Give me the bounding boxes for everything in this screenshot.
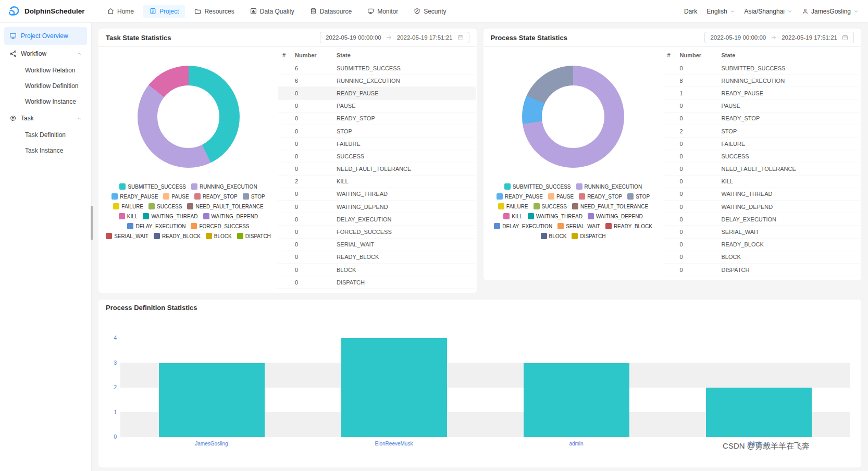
legend-item[interactable]: DELAY_EXECUTION <box>127 223 185 229</box>
legend-item[interactable]: SUBMITTED_SUCCESS <box>119 183 186 190</box>
legend-color-chip <box>627 193 634 200</box>
topbar-right: Dark English Asia/Shanghai JamesGosling <box>684 8 859 15</box>
nav-item-project[interactable]: Project <box>143 5 185 18</box>
theme-toggle[interactable]: Dark <box>684 8 697 15</box>
legend-label: NEED_FAULT_TOLERANCE <box>580 204 648 209</box>
state-count: 0 <box>295 254 337 260</box>
workflow-icon <box>9 50 17 57</box>
language-select[interactable]: English <box>706 8 735 15</box>
nav-item-monitor[interactable]: Monitor <box>361 5 404 18</box>
legend-label: FAILURE <box>506 204 528 209</box>
timezone-select[interactable]: Asia/Shanghai <box>745 8 792 15</box>
legend-item[interactable]: READY_PAUSE <box>111 193 158 200</box>
layout: Project Overview Workflow Workflow Relat… <box>0 23 868 471</box>
legend-color-chip <box>127 223 133 229</box>
legend-label: STOP <box>251 194 265 200</box>
bar[interactable] <box>706 388 812 437</box>
state-name: SERIAL_WAIT <box>722 229 861 235</box>
legend-color-chip <box>497 193 503 200</box>
task-date-range-picker[interactable]: 2022-05-19 00:00:00 2022-05-19 17:51:21 <box>320 32 469 43</box>
sidebar-item-workflow-instance[interactable]: Workflow Instance <box>4 94 87 109</box>
legend-label: READY_STOP <box>203 194 238 200</box>
legend-color-chip <box>119 213 125 219</box>
legend-item[interactable]: STOP <box>243 193 265 200</box>
nav-item-resources[interactable]: Resources <box>188 5 240 18</box>
bar[interactable] <box>159 363 265 438</box>
legend-item[interactable]: WAITING_DEPEND <box>588 213 643 219</box>
legend-item[interactable]: RUNNING_EXECUTION <box>191 183 257 190</box>
state-name: SERIAL_WAIT <box>337 241 476 247</box>
legend-item[interactable]: READY_STOP <box>579 193 622 200</box>
legend-item[interactable]: WAITING_DEPEND <box>203 213 258 219</box>
nav-item-data-quality[interactable]: Data Quality <box>244 5 301 18</box>
user-menu[interactable]: JamesGosling <box>802 8 859 15</box>
legend-color-chip <box>148 203 155 209</box>
state-name: SUCCESS <box>722 153 861 159</box>
legend-item[interactable]: BLOCK <box>206 233 232 239</box>
state-name: STOP <box>722 128 861 134</box>
legend-item[interactable]: PAUSE <box>163 193 189 200</box>
nav-item-datasource[interactable]: Datasource <box>304 5 358 18</box>
process-state-donut-chart[interactable] <box>522 66 624 168</box>
legend-label: RUNNING_EXECUTION <box>585 184 642 190</box>
legend-item[interactable]: NEED_FAULT_TOLERANCE <box>187 203 263 209</box>
legend-item[interactable]: READY_PAUSE <box>497 193 543 200</box>
legend-item[interactable]: DELAY_EXECUTION <box>494 223 552 229</box>
legend-item[interactable]: FORCED_SUCCESS <box>191 223 249 229</box>
legend-item[interactable]: KILL <box>503 213 523 219</box>
legend-item[interactable]: SERIAL_WAIT <box>557 223 600 229</box>
state-name: PAUSE <box>722 103 861 109</box>
legend-item[interactable]: KILL <box>119 213 138 219</box>
legend-item[interactable]: READY_STOP <box>194 193 238 200</box>
sidebar-item-task-instance[interactable]: Task Instance <box>4 143 87 158</box>
process-date-range-picker[interactable]: 2022-05-19 00:00:00 2022-05-19 17:51:21 <box>704 32 854 43</box>
legend-item[interactable]: FAILURE <box>113 203 143 209</box>
legend-item[interactable]: SERIAL_WAIT <box>106 233 148 239</box>
table-row: 0 READY_BLOCK <box>663 239 861 251</box>
bar-chart-plot <box>120 338 850 437</box>
bar[interactable] <box>341 338 447 437</box>
legend-item[interactable]: FAILURE <box>498 203 528 209</box>
legend-label: WAITING_DEPEND <box>596 214 643 219</box>
legend-color-chip <box>243 193 249 200</box>
sidebar-item-project-overview[interactable]: Project Overview <box>4 27 87 45</box>
main-content: Task State Statistics 2022-05-19 00:00:0… <box>92 23 868 471</box>
state-count: 0 <box>295 229 337 235</box>
brand[interactable]: DolphinScheduler <box>7 5 90 18</box>
sidebar-item-workflow[interactable]: Workflow <box>4 45 87 63</box>
legend-color-chip <box>528 213 534 219</box>
state-count: 0 <box>295 153 337 159</box>
legend-label: READY_PAUSE <box>505 194 543 200</box>
state-count: 0 <box>680 103 722 109</box>
nav-item-security[interactable]: Security <box>407 5 452 18</box>
legend-item[interactable]: SUCCESS <box>148 203 182 209</box>
legend-item[interactable]: DISPATCH <box>572 233 605 239</box>
sidebar-item-workflow-definition[interactable]: Workflow Definition <box>4 78 87 94</box>
state-name: READY_BLOCK <box>337 254 476 260</box>
arrow-right-icon <box>386 34 392 41</box>
legend-item[interactable]: WAITING_THREAD <box>528 213 582 219</box>
legend-item[interactable]: READY_BLOCK <box>605 223 652 229</box>
legend-item[interactable]: SUBMITTED_SUCCESS <box>504 183 571 190</box>
scrollbar-thumb[interactable] <box>91 206 93 240</box>
legend-item[interactable]: PAUSE <box>548 193 574 200</box>
bar[interactable] <box>524 363 629 438</box>
sidebar-item-task-definition[interactable]: Task Definition <box>4 127 87 143</box>
legend-item[interactable]: STOP <box>627 193 650 200</box>
table-row: 0 SUBMITTED_SUCCESS <box>663 62 861 75</box>
sidebar-item-workflow-relation[interactable]: Workflow Relation <box>4 63 87 78</box>
task-state-donut-chart[interactable] <box>138 66 240 168</box>
legend-item[interactable]: DISPATCH <box>237 233 271 239</box>
state-count: 0 <box>295 267 337 273</box>
table-row: 0 BLOCK <box>278 264 476 276</box>
legend-item[interactable]: READY_BLOCK <box>154 233 201 239</box>
sidebar-item-task[interactable]: Task <box>4 109 87 127</box>
legend-item[interactable]: RUNNING_EXECUTION <box>576 183 642 190</box>
state-count: 0 <box>295 241 337 247</box>
nav-item-home[interactable]: Home <box>101 5 140 18</box>
legend-item[interactable]: WAITING_THREAD <box>143 213 197 219</box>
legend-item[interactable]: NEED_FAULT_TOLERANCE <box>572 203 648 209</box>
legend-color-chip <box>572 203 578 209</box>
legend-item[interactable]: SUCCESS <box>534 203 567 209</box>
legend-item[interactable]: BLOCK <box>541 233 567 239</box>
